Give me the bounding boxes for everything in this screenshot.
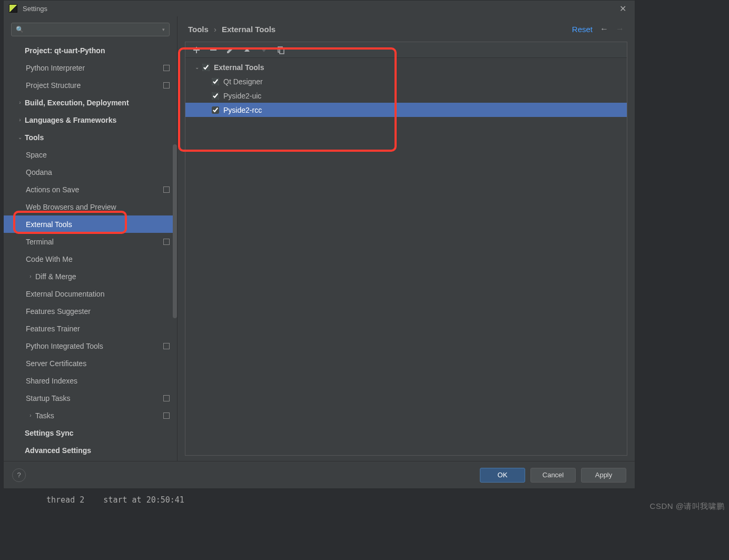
tool-checkbox[interactable] [212,106,219,114]
sidebar-item-label: Build, Execution, Deployment [25,99,170,107]
sidebar-item-label: Qodana [26,168,170,176]
nav-back-icon[interactable]: ← [600,24,608,34]
project-scope-icon [163,412,170,419]
copy-icon [277,46,285,54]
apply-button[interactable]: Apply [581,468,626,483]
chevron-right-icon: › [26,412,35,418]
breadcrumb: Tools › External Tools Reset ← → [178,16,635,42]
chevron-down-icon[interactable]: ⌄ [195,64,202,70]
sidebar-item-python-integrated-tools[interactable]: Python Integrated Tools [4,337,177,355]
sidebar-item-label: Startup Tasks [26,394,160,402]
remove-button[interactable] [206,44,220,56]
sidebar-item-label: Settings Sync [25,429,170,437]
project-scope-icon [163,186,170,193]
sidebar-item-startup-tasks[interactable]: Startup Tasks [4,389,177,407]
sidebar-item-server-certificates[interactable]: Server Certificates [4,355,177,372]
chevron-down-icon: ⌄ [15,134,25,140]
sidebar-item-label: Server Certificates [26,359,170,368]
search-box[interactable]: 🔍 ▾ [11,23,170,36]
sidebar-item-label: Project: qt-uart-Python [25,46,170,55]
sidebar-item-label: Python Integrated Tools [26,342,160,350]
sidebar-item-label: Space [26,151,170,159]
sidebar-item-features-trainer[interactable]: Features Trainer [4,320,177,337]
move-up-button[interactable] [240,44,254,56]
svg-rect-0 [210,50,216,51]
tool-checkbox[interactable] [212,78,219,85]
sidebar-item-code-with-me[interactable]: Code With Me [4,250,177,268]
search-caret-icon: ▾ [162,27,165,32]
reset-link[interactable]: Reset [572,25,593,34]
help-button[interactable]: ? [12,468,26,482]
add-button[interactable] [190,44,203,56]
watermark-text: CSDN @请叫我啸鹏 [650,502,725,512]
crumb-tools[interactable]: Tools [188,25,209,34]
search-icon: 🔍 [16,26,24,33]
sidebar-item-project-structure[interactable]: Project Structure [4,76,177,94]
chevron-right-icon: › [26,273,35,279]
sidebar-item-features-suggester[interactable]: Features Suggester [4,302,177,320]
sidebar-item-label: Languages & Frameworks [25,116,170,124]
sidebar-item-qodana[interactable]: Qodana [4,163,177,181]
sidebar-item-tools[interactable]: ⌄Tools [4,129,177,146]
sidebar-item-diff-merge[interactable]: ›Diff & Merge [4,268,177,285]
sidebar-item-label: Advanced Settings [25,446,170,455]
tool-item-pyside2-uic[interactable]: Pyside2-uic [185,89,627,103]
sidebar-item-label: Features Trainer [26,325,170,333]
sidebar-item-label: Diff & Merge [35,272,170,281]
sidebar-item-label: Project Structure [26,81,160,90]
sidebar-item-tasks[interactable]: ›Tasks [4,407,177,424]
sidebar-item-build-execution-deployment[interactable]: ›Build, Execution, Deployment [4,94,177,111]
sidebar-item-label: Code With Me [26,255,170,263]
window-title: Settings [23,5,47,13]
sidebar-item-languages-frameworks[interactable]: ›Languages & Frameworks [4,111,177,129]
sidebar-item-project-qt-uart-python[interactable]: Project: qt-uart-Python [4,42,177,59]
sidebar-item-shared-indexes[interactable]: Shared Indexes [4,372,177,389]
sidebar-item-label: Web Browsers and Preview [26,203,170,211]
tool-label: Pyside2-rcc [223,106,262,114]
sidebar-scrollbar[interactable] [173,144,177,318]
sidebar-item-space[interactable]: Space [4,146,177,163]
chevron-right-icon: › [15,117,25,123]
project-scope-icon [163,82,170,89]
crumb-external-tools: External Tools [222,25,275,34]
project-scope-icon [163,239,170,245]
sidebar-item-external-tools[interactable]: External Tools [4,215,177,233]
tool-item-qt-designer[interactable]: Qt Designer [185,74,627,89]
sidebar-item-external-documentation[interactable]: External Documentation [4,285,177,302]
background-console-text: thread 2 start at 20:50:41 [46,495,184,505]
tool-checkbox[interactable] [202,64,210,71]
nav-forward-icon: → [616,24,624,34]
search-input[interactable] [25,26,162,34]
tool-group-external-tools[interactable]: ⌄External Tools [185,60,627,74]
ok-button[interactable]: OK [480,468,525,483]
tool-checkbox[interactable] [212,92,219,100]
search-wrap: 🔍 ▾ [4,21,177,42]
tool-item-pyside2-rcc[interactable]: Pyside2-rcc [185,103,627,117]
sidebar-item-label: Actions on Save [26,185,160,194]
sidebar-item-actions-on-save[interactable]: Actions on Save [4,181,177,198]
chevron-right-icon: › [15,100,25,105]
tool-label: Qt Designer [223,77,263,86]
sidebar-item-python-interpreter[interactable]: Python Interpreter [4,59,177,76]
sidebar-item-web-browsers-and-preview[interactable]: Web Browsers and Preview [4,198,177,215]
pencil-icon [226,46,234,54]
settings-tree: Project: qt-uart-PythonPython Interprete… [4,42,177,461]
sidebar-item-label: Tasks [35,411,160,420]
sidebar-item-label: Tools [25,133,170,142]
project-scope-icon [163,65,170,71]
chevron-right-icon: › [214,25,216,34]
tool-tree: ⌄External ToolsQt DesignerPyside2-uicPys… [185,58,627,455]
cancel-button[interactable]: Cancel [530,468,576,483]
titlebar: Settings ✕ [4,1,635,16]
svg-rect-2 [280,48,284,54]
triangle-up-icon [243,46,251,54]
sidebar-item-terminal[interactable]: Terminal [4,233,177,250]
sidebar-item-label: Terminal [26,238,160,246]
project-scope-icon [163,343,170,349]
sidebar-item-label: External Documentation [26,290,170,298]
close-icon[interactable]: ✕ [616,3,629,15]
sidebar-item-settings-sync[interactable]: Settings Sync [4,424,177,441]
edit-button[interactable] [223,44,237,56]
sidebar-item-advanced-settings[interactable]: Advanced Settings [4,441,177,459]
copy-button[interactable] [274,44,288,56]
